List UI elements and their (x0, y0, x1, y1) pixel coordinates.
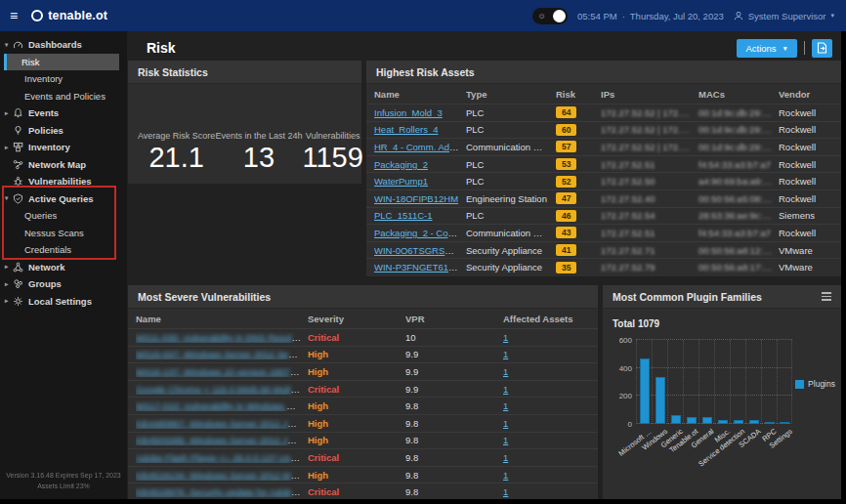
severity-label: Critical (308, 486, 405, 497)
table-row: PLC_1511C-1PLC46172.27.52.5428:63:36:ae:… (366, 207, 841, 225)
bell-icon (11, 107, 25, 118)
asset-name-link[interactable]: WaterPump1 (374, 176, 428, 187)
bar-tenable-ot[interactable] (687, 417, 697, 424)
asset-vendor: Rockwell (779, 142, 833, 152)
vpr-value: 9.8 (405, 435, 503, 445)
sidebar-item-dashboards[interactable]: ▾Dashboards (0, 36, 127, 54)
actions-button[interactable]: Actions ▼ (737, 39, 797, 58)
bar-general[interactable] (702, 417, 712, 424)
vulnerability-name-link-redacted[interactable]: MS16-047: Windows Server 2012 Security U… (136, 349, 308, 359)
bar-microsoft-[interactable] (640, 358, 650, 424)
theme-toggle[interactable]: ☼ (532, 8, 568, 24)
sidebar-item-active-queries[interactable]: ▾Active Queries (0, 190, 127, 208)
user-name: System Supervisor (748, 11, 826, 21)
sidebar-item-local-settings[interactable]: ▸Local Settings (0, 293, 127, 311)
asset-name-link[interactable]: Heat_Rollers_4 (374, 124, 438, 135)
vulnerability-name-link-redacted[interactable]: KB4480957: Windows Server 2012 January 2… (136, 418, 308, 429)
affected-assets-link[interactable]: 1 (503, 384, 508, 395)
vulnerability-name-link-redacted[interactable]: Google Chrome < 116.0.5845.96 Multiple V… (136, 384, 308, 395)
column-header-severity: Severity (308, 314, 405, 324)
severity-label: High (308, 349, 405, 359)
panel-most-common-plugin-families: Most Common Plugin Families Total 1079 0… (603, 285, 841, 499)
vulnerability-name-link-redacted[interactable]: Adobe Flash Player <= 28.0.0.137 Use-aft… (136, 452, 308, 463)
sidebar-item-groups[interactable]: ▸Groups (0, 275, 127, 293)
panel-risk-statistics: Risk Statistics Average Risk Score 21.1 … (128, 61, 361, 184)
table-row: Infusion_Mold_3PLC64172.27.52.52 | 172.2… (366, 104, 841, 121)
risk-score-badge: 43 (556, 227, 576, 238)
asset-name-link[interactable]: WIN-0O6TSGRSDG0 (374, 245, 464, 256)
sun-icon: ☼ (537, 11, 546, 21)
sidebar: ▾DashboardsRiskInventoryEvents and Polic… (0, 31, 127, 499)
stat-value: 21.1 (138, 142, 215, 174)
affected-assets-link[interactable]: 1 (503, 470, 508, 481)
asset-ips-redacted: 172.27.52.71 (601, 245, 698, 256)
asset-macs-redacted: 28:63:36:ae:9c:a4 (698, 210, 779, 221)
vpr-value: 9.9 (405, 366, 503, 377)
affected-assets-link[interactable]: 1 (503, 452, 508, 463)
sidebar-item-queries[interactable]: Queries (0, 207, 127, 225)
affected-assets-link[interactable]: 1 (503, 418, 508, 429)
panel-risk-statistics-title: Risk Statistics (128, 61, 361, 84)
bulb-icon (11, 125, 25, 136)
sidebar-item-label: Events (28, 107, 59, 118)
sidebar-item-inventory[interactable]: Inventory (0, 70, 127, 88)
bar-slot (714, 340, 730, 424)
legend-label: Plugins (808, 379, 835, 389)
vulnerability-name-link-redacted[interactable]: MS11-030: Vulnerability in DNS Resolutio… (136, 332, 308, 343)
asset-name-link[interactable]: PLC_1511C-1 (374, 210, 433, 221)
column-header-vendor: Vendor (779, 89, 833, 100)
affected-assets-link[interactable]: 1 (503, 435, 508, 445)
severity-label: Critical (308, 384, 405, 395)
affected-assets-link[interactable]: 1 (503, 366, 508, 377)
tenable-circle-icon (31, 10, 43, 21)
asset-name-link[interactable]: Packaging_2 - Comm. … (374, 228, 466, 238)
sidebar-item-vulnerabilities[interactable]: Vulnerabilities (0, 173, 127, 190)
vulnerability-name-link-redacted[interactable]: MS17-010: Vulnerability in Windows SMB C… (136, 400, 308, 411)
asset-name-link[interactable]: HR_4 - Comm. Adapter (374, 142, 466, 152)
sidebar-item-events-and-policies[interactable]: Events and Policies (0, 88, 127, 105)
most-severe-vulnerabilities-header: NameSeverityVPRAffected Assets (128, 309, 598, 328)
risk-score-badge: 53 (556, 158, 576, 170)
sidebar-item-nessus-scans[interactable]: Nessus Scans (0, 225, 127, 242)
sidebar-item-label: Network (28, 262, 64, 273)
risk-score-badge: 60 (556, 124, 576, 136)
vulnerability-name-link-redacted[interactable]: KB4519134: Windows Server 2012 May 2019 … (136, 470, 308, 481)
sidebar-item-events[interactable]: ▸Events (0, 105, 127, 122)
asset-name-link[interactable]: WIN-P3FNGET61DF (374, 262, 461, 273)
affected-assets-link[interactable]: 1 (503, 349, 508, 359)
vulnerability-name-link-redacted[interactable]: MS16-137: Windows 10 version 1607 Window… (136, 366, 308, 377)
column-header-risk: Risk (556, 89, 601, 100)
asset-name-link[interactable]: WIN-18OFIPB12HM (374, 193, 458, 204)
risk-score-badge: 47 (556, 192, 576, 204)
sidebar-item-network[interactable]: ▸Network (0, 259, 127, 276)
asset-macs-redacted: 00:1d:9c:db:29:14 | 00… (698, 142, 779, 152)
affected-assets-link[interactable]: 1 (503, 332, 508, 343)
vulnerability-name-link-redacted[interactable]: KB4519976: Security update for Adobe Fla… (136, 486, 308, 497)
sidebar-item-policies[interactable]: Policies (0, 122, 127, 140)
hamburger-menu-icon[interactable]: ≡ (10, 8, 18, 23)
asset-type: PLC (466, 210, 556, 221)
asset-name-link[interactable]: Packaging_2 (374, 159, 428, 170)
affected-assets-link[interactable]: 1 (503, 400, 508, 411)
sidebar-item-inventory[interactable]: ▸Inventory (0, 139, 127, 156)
asset-ips-redacted: 172.27.52.79 (601, 262, 698, 273)
sidebar-item-credentials[interactable]: Credentials (0, 241, 127, 259)
sidebar-item-label: Policies (28, 125, 63, 136)
sidebar-item-network-map[interactable]: Network Map (0, 156, 127, 174)
groups-icon (11, 278, 25, 289)
export-button[interactable] (812, 39, 832, 58)
chart-total-label: Total 1079 (613, 318, 659, 329)
column-header-ips: IPs (601, 89, 698, 100)
user-menu[interactable]: System Supervisor ▾ (734, 11, 834, 21)
bar-windows[interactable] (656, 377, 665, 424)
asset-ips-redacted: 172.27.52.52 | 172.27… (601, 142, 698, 152)
y-axis-tick-label: 200 (607, 392, 632, 400)
bar-generic[interactable] (671, 415, 681, 424)
highest-risk-assets-body: Infusion_Mold_3PLC64172.27.52.52 | 172.2… (366, 104, 841, 275)
panel-menu-icon[interactable] (822, 292, 831, 301)
sidebar-item-risk[interactable]: Risk (4, 54, 119, 71)
vulnerability-name-link-redacted[interactable]: KB4503285: Windows Server 2012 June 2019… (136, 435, 308, 445)
asset-name-link[interactable]: Infusion_Mold_3 (374, 107, 443, 118)
highest-risk-assets-header: NameTypeRiskIPsMACsVendor (366, 84, 841, 104)
affected-assets-link[interactable]: 1 (503, 486, 508, 497)
